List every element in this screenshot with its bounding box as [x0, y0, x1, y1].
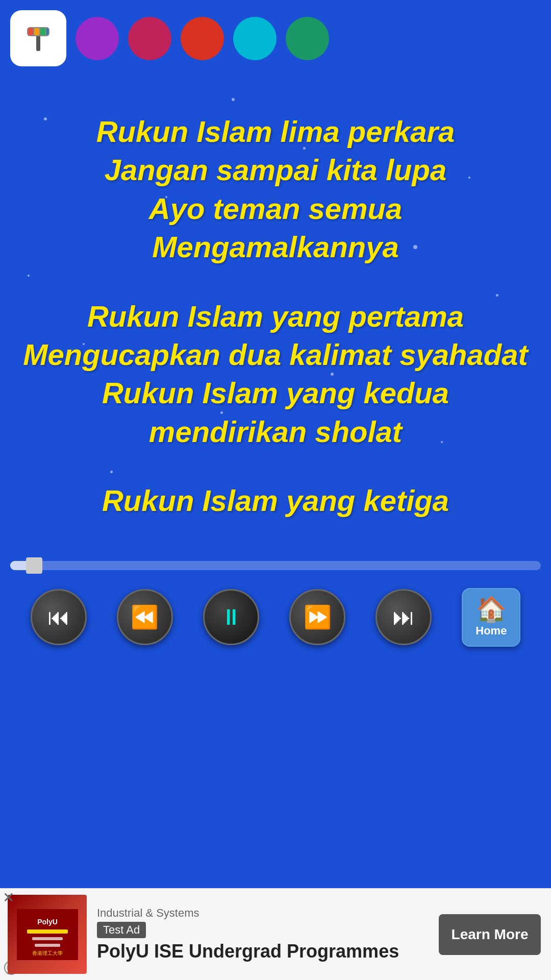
progress-container[interactable]: [0, 561, 551, 570]
lyrics-line-2: Jangan sampai kita lupa: [20, 151, 531, 189]
learn-more-button[interactable]: Learn More: [439, 914, 541, 955]
color-green[interactable]: [286, 17, 329, 60]
lyrics-line-3: Ayo teman semua: [20, 189, 531, 228]
ad-content: Industrial & Systems Test Ad PolyU ISE U…: [87, 901, 439, 967]
svg-rect-10: [32, 937, 63, 940]
svg-rect-4: [34, 28, 39, 35]
color-purple[interactable]: [76, 17, 119, 60]
pause-icon: ⏸: [220, 606, 242, 628]
lyrics-line-8: Rukun Islam yang ketiga: [20, 481, 531, 520]
svg-text:香港理工大學: 香港理工大學: [32, 950, 63, 956]
progress-track[interactable]: [10, 561, 541, 570]
svg-text:PolyU: PolyU: [37, 918, 58, 926]
lyrics-line-4: Mengamalkannya: [20, 228, 531, 266]
ad-close-button[interactable]: ✕: [3, 889, 14, 906]
app-icon[interactable]: [10, 10, 66, 66]
ad-banner: ✕ ⓘ PolyU 香港理工大學 Industrial & Systems Te…: [0, 888, 551, 980]
lyrics-line-6: Mengucapkan dua kalimat syahadat: [20, 335, 531, 374]
lyrics-line-5: Rukun Islam yang pertama: [20, 297, 531, 335]
rewind-icon: ⏪: [131, 606, 159, 628]
lyrics-line-7: Rukun Islam yang kedua mendirikan sholat: [20, 374, 531, 451]
ad-source: Industrial & Systems: [97, 906, 429, 920]
fast-forward-button[interactable]: ⏩: [289, 589, 345, 645]
verse-2: Rukun Islam yang pertama Mengucapkan dua…: [20, 297, 531, 451]
player-controls: ⏮ ⏪ ⏸ ⏩ ⏭ 🏠 Home: [0, 580, 551, 654]
ad-thumbnail: PolyU 香港理工大學: [8, 895, 87, 974]
fast-forward-icon: ⏩: [304, 606, 332, 628]
color-crimson[interactable]: [128, 17, 171, 60]
home-icon: 🏠: [476, 597, 507, 622]
ad-test-badge: Test Ad: [97, 922, 146, 938]
svg-rect-11: [35, 944, 60, 947]
skip-back-icon: ⏮: [47, 606, 70, 628]
ad-title: PolyU ISE Undergrad Programmes: [97, 940, 429, 962]
progress-thumb[interactable]: [26, 557, 42, 574]
rewind-button[interactable]: ⏪: [117, 589, 173, 645]
svg-rect-5: [40, 28, 45, 35]
lyrics-container: Rukun Islam lima perkara Jangan sampai k…: [0, 71, 551, 561]
color-red[interactable]: [181, 17, 224, 60]
verse-3-partial: Rukun Islam yang ketiga: [20, 481, 531, 520]
home-label: Home: [475, 624, 507, 638]
skip-forward-icon: ⏭: [392, 606, 415, 628]
svg-rect-6: [46, 28, 48, 35]
skip-back-button[interactable]: ⏮: [31, 589, 87, 645]
verse-1: Rukun Islam lima perkara Jangan sampai k…: [20, 112, 531, 266]
skip-forward-button[interactable]: ⏭: [375, 589, 432, 645]
color-cyan[interactable]: [233, 17, 277, 60]
pause-button[interactable]: ⏸: [203, 589, 259, 645]
header: [0, 0, 551, 71]
svg-rect-9: [27, 929, 68, 934]
home-button[interactable]: 🏠 Home: [462, 588, 520, 647]
lyrics-line-1: Rukun Islam lima perkara: [20, 112, 531, 151]
svg-rect-3: [28, 28, 33, 35]
